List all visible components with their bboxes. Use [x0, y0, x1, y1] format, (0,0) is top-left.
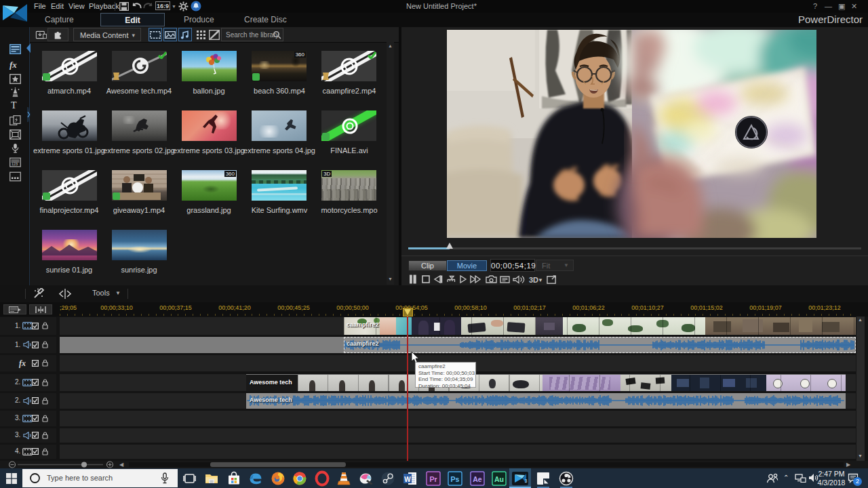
- svg-text:3D: 3D: [529, 276, 538, 284]
- svg-text:Ps: Ps: [451, 475, 460, 483]
- svg-text:W: W: [404, 476, 411, 483]
- svg-text:123: 123: [12, 162, 18, 166]
- svg-text:Pr: Pr: [429, 475, 437, 483]
- svg-text:Ae: Ae: [473, 475, 482, 483]
- svg-text:3: 3: [525, 479, 528, 483]
- svg-text:Au: Au: [494, 475, 504, 483]
